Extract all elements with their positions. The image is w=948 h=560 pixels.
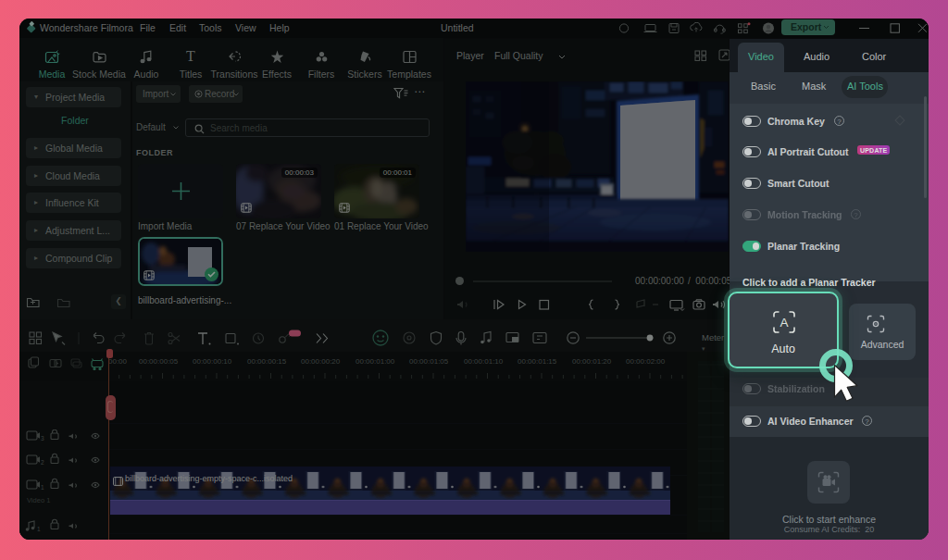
svg-text:Video 1: Video 1 <box>27 496 50 504</box>
svg-text:1: 1 <box>41 484 44 491</box>
svg-text:A: A <box>780 316 788 330</box>
svg-text:1: 1 <box>37 526 41 532</box>
svg-text:3: 3 <box>41 435 44 442</box>
svg-text:2: 2 <box>41 459 44 466</box>
